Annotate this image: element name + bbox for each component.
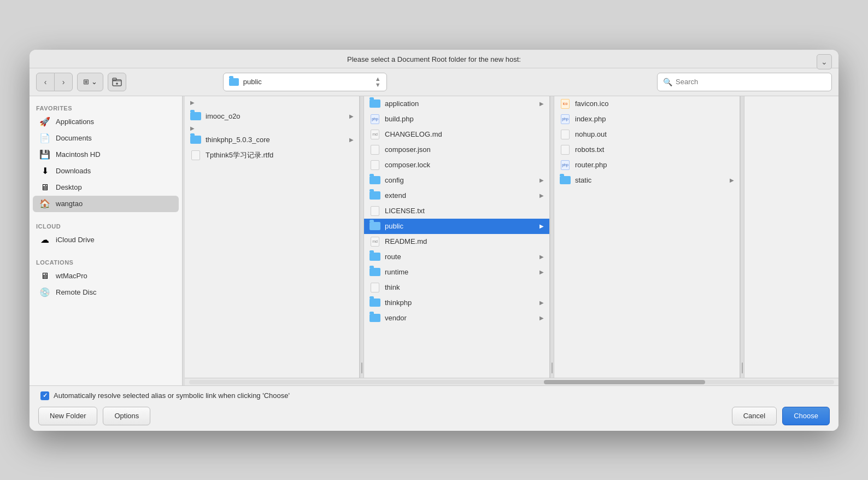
item-label: runtime	[385, 268, 539, 276]
sidebar-item-icloud-drive[interactable]: ☁ iCloud Drive	[33, 232, 179, 248]
list-item[interactable]: thinkphp_5.0.3_core ▶	[185, 132, 359, 148]
view-chevron-icon: ⌄	[91, 78, 97, 86]
item-label: vendor	[385, 314, 539, 322]
php-file-icon: php	[560, 115, 571, 124]
search-box: 🔍	[657, 73, 832, 91]
cancel-button[interactable]: Cancel	[732, 407, 777, 425]
options-button[interactable]: Options	[103, 407, 150, 425]
list-item[interactable]: imooc_o2o ▶	[185, 109, 359, 124]
sidebar-item-documents[interactable]: 📄 Documents	[33, 130, 179, 147]
item-label: nohup.out	[575, 130, 734, 138]
chevron-right-icon: ▶	[539, 223, 544, 229]
file-icon	[560, 145, 571, 154]
sidebar-item-macintosh-hd[interactable]: 💾 Macintosh HD	[33, 147, 179, 163]
checkbox-checkmark: ✓	[43, 392, 48, 399]
list-item[interactable]: thinkphp ▶	[364, 295, 549, 311]
location-dropdown[interactable]: public ▲ ▼	[223, 73, 387, 91]
sidebar-item-applications[interactable]: 🚀 Applications	[33, 114, 179, 130]
sidebar-item-remote-disc[interactable]: 💿 Remote Disc	[33, 284, 179, 301]
list-item[interactable]: static ▶	[554, 173, 740, 188]
folder-icon	[370, 191, 380, 200]
item-label: composer.json	[385, 145, 544, 154]
sidebar-item-wangtao[interactable]: 🏠 wangtao	[33, 196, 179, 212]
md-file-icon: md	[370, 130, 380, 139]
column-resize-3[interactable]	[740, 96, 744, 378]
icloud-drive-icon: ☁	[39, 235, 50, 245]
list-item[interactable]: php router.php	[554, 157, 740, 173]
chevron-right-icon: ▶	[539, 315, 544, 321]
list-item[interactable]: runtime ▶	[364, 265, 549, 280]
chevron-right-icon: ▶	[730, 177, 734, 183]
sidebar-item-downloads[interactable]: ⬇ Downloads	[33, 163, 179, 179]
sidebar-item-label: wangtao	[56, 200, 83, 208]
folder-icon	[190, 112, 201, 121]
sidebar-item-desktop[interactable]: 🖥 Desktop	[33, 179, 179, 196]
item-label: robots.txt	[575, 145, 734, 154]
item-label: favicon.ico	[575, 99, 734, 108]
folder-icon	[229, 78, 239, 86]
file-icon	[190, 151, 201, 160]
file-picker-dialog: Please select a Document Root folder for…	[30, 50, 838, 431]
wangtao-icon: 🏠	[39, 198, 50, 209]
list-item[interactable]: route ▶	[364, 249, 549, 265]
folder-icon	[370, 176, 380, 185]
search-input[interactable]	[676, 78, 826, 86]
title-bar: Please select a Document Root folder for…	[30, 50, 838, 68]
column-resize-2[interactable]	[550, 96, 554, 378]
list-item[interactable]: application ▶	[364, 96, 549, 112]
list-item[interactable]: composer.lock	[364, 157, 549, 173]
sidebar-item-wtmacpro[interactable]: 🖥 wtMacPro	[33, 268, 179, 284]
list-item[interactable]: composer.json	[364, 142, 549, 157]
button-row: New Folder Options Cancel Choose	[38, 407, 830, 425]
auto-resolve-checkbox[interactable]: ✓	[40, 391, 49, 400]
folder-icon	[370, 314, 380, 323]
list-item-selected[interactable]: public ▶	[364, 219, 549, 234]
svg-rect-1	[113, 78, 116, 80]
folder-icon	[370, 298, 380, 307]
folder-icon	[560, 176, 571, 185]
list-item[interactable]: md CHANGELOG.md	[364, 127, 549, 142]
list-item[interactable]: Tpthink5学习记录.rtfd	[185, 148, 359, 163]
item-label: static	[575, 176, 730, 184]
new-folder-toolbar-button[interactable]	[108, 73, 126, 91]
choose-button[interactable]: Choose	[782, 407, 830, 425]
item-label: README.md	[385, 237, 544, 245]
list-item[interactable]: robots.txt	[554, 142, 740, 157]
favorites-section-title: Favorites	[30, 101, 182, 114]
folder-icon	[370, 253, 380, 261]
list-item[interactable]: config ▶	[364, 173, 549, 188]
list-item[interactable]: md README.md	[364, 234, 549, 249]
list-item[interactable]: LICENSE.txt	[364, 203, 549, 219]
back-button[interactable]: ‹	[36, 73, 55, 91]
file-icon	[560, 130, 571, 139]
new-folder-button[interactable]: New Folder	[38, 407, 97, 425]
folder-icon	[370, 268, 380, 277]
desktop-icon: 🖥	[39, 182, 50, 193]
main-content: Favorites 🚀 Applications 📄 Documents 💾 M…	[30, 96, 838, 386]
horizontal-scrollbar[interactable]	[185, 378, 838, 385]
item-label: route	[385, 253, 539, 261]
item-label: index.php	[575, 115, 734, 123]
sidebar-item-label: Macintosh HD	[56, 150, 101, 159]
view-button[interactable]: ⊞ ⌄	[77, 73, 103, 91]
list-item[interactable]: php build.php	[364, 112, 549, 127]
checkbox-row: ✓ Automatically resolve selected alias o…	[38, 391, 830, 400]
list-item[interactable]: think	[364, 280, 549, 295]
list-item[interactable]: php index.php	[554, 112, 740, 127]
file-icon	[370, 207, 380, 215]
forward-button[interactable]: ›	[54, 73, 73, 91]
list-item[interactable]: vendor ▶	[364, 311, 549, 326]
item-label: router.php	[575, 161, 734, 169]
list-item[interactable]: ico favicon.ico	[554, 96, 740, 112]
item-label: Tpthink5学习记录.rtfd	[206, 150, 354, 160]
chevron-right-icon: ▶	[539, 254, 544, 260]
chevron-right-icon: ▶	[539, 300, 544, 306]
list-item[interactable]: extend ▶	[364, 188, 549, 203]
downloads-icon: ⬇	[39, 166, 50, 177]
column-resize-1[interactable]	[360, 96, 364, 378]
wtmacpro-icon: 🖥	[39, 271, 50, 282]
chevron-right-icon: ▶	[539, 177, 544, 183]
list-item[interactable]: nohup.out	[554, 127, 740, 142]
collapse-button[interactable]: ⌄	[817, 54, 832, 69]
item-label: imooc_o2o	[206, 112, 349, 120]
